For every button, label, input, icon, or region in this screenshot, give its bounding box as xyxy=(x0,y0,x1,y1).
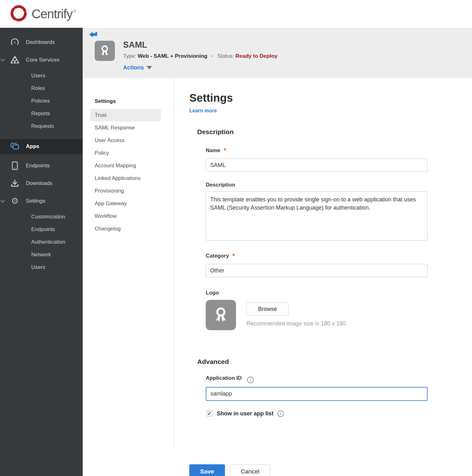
info-icon[interactable]: i xyxy=(277,410,284,417)
app-logo-preview xyxy=(206,300,236,330)
name-field[interactable] xyxy=(206,158,428,172)
type-value: Web - SAML + Provisioning xyxy=(138,53,207,59)
learn-more-link[interactable]: Learn more xyxy=(189,108,217,114)
subnav-item-user-access[interactable]: User Access xyxy=(95,134,174,147)
sidebar-item-policies[interactable]: Policies xyxy=(0,95,83,107)
back-button[interactable] xyxy=(89,31,97,39)
actions-dropdown[interactable]: Actions xyxy=(123,64,152,71)
chevron-down-icon[interactable] xyxy=(1,199,5,203)
top-bar: Centrify® xyxy=(0,0,472,28)
required-marker: * xyxy=(224,146,227,154)
app-meta-line: Type: Web - SAML + Provisioning • Status… xyxy=(123,53,277,59)
download-icon xyxy=(10,179,20,188)
sidebar-item-requests[interactable]: Requests xyxy=(0,120,83,133)
sidebar-item-authentication[interactable]: Authentication xyxy=(0,236,83,248)
status-label: Status: xyxy=(217,53,234,59)
type-label: Type: xyxy=(123,53,136,59)
subnav-item-changelog[interactable]: Changelog xyxy=(95,223,174,235)
logo-size-hint: Recommended image size is 180 x 180 xyxy=(246,320,346,327)
core-services-icon xyxy=(10,56,20,64)
meta-separator: • xyxy=(211,53,213,59)
application-id-label: Application ID xyxy=(206,375,242,381)
show-in-user-app-list-checkbox[interactable]: ✓ xyxy=(206,410,213,417)
sidebar-item-label: Downloads xyxy=(26,180,52,187)
sidebar-item-endpoints[interactable]: Endpoints xyxy=(0,157,83,175)
sidebar-item-customization[interactable]: Customization xyxy=(0,211,83,223)
gauge-icon xyxy=(10,38,20,47)
sidebar-item-settings-endpoints[interactable]: Endpoints xyxy=(0,223,83,236)
core-services-submenu: Users Roles Policies Reports Requests xyxy=(0,69,83,135)
centrify-logo: Centrify® xyxy=(9,3,76,24)
sidebar-item-apps[interactable]: Apps xyxy=(0,139,83,154)
registered-mark: ® xyxy=(73,9,76,14)
subnav-item-policy[interactable]: Policy xyxy=(95,147,174,159)
subnav-header: Settings xyxy=(95,96,174,109)
app-header-band: SAML Type: Web - SAML + Provisioning • S… xyxy=(83,28,472,78)
page-title: Settings xyxy=(189,92,472,104)
actions-label: Actions xyxy=(123,64,144,71)
brand-wordmark: Centrify® xyxy=(32,7,76,21)
sidebar-item-core-services[interactable]: Core Services xyxy=(0,51,83,69)
sidebar-item-label: Dashboards xyxy=(26,39,55,45)
subnav-item-saml-response[interactable]: SAML Response xyxy=(95,122,174,134)
status-badge: Ready to Deploy xyxy=(235,53,277,59)
browse-button[interactable]: Browse xyxy=(246,302,289,316)
subnav-item-provisioning[interactable]: Provisioning xyxy=(95,185,174,197)
app-logo xyxy=(95,41,115,61)
gear-icon: ⚙ xyxy=(10,197,20,205)
sidebar-item-settings[interactable]: ⚙ Settings xyxy=(0,192,83,210)
info-icon[interactable]: i xyxy=(247,377,254,383)
application-id-field[interactable] xyxy=(206,387,428,401)
chevron-down-icon[interactable] xyxy=(1,57,5,62)
sidebar-item-label: Endpoints xyxy=(26,163,50,169)
app-title: SAML xyxy=(123,40,277,50)
sidebar-item-users[interactable]: Users xyxy=(0,69,83,82)
description-label: Description xyxy=(206,182,235,188)
sidebar-item-label: Settings xyxy=(26,198,45,204)
sidebar-item-roles[interactable]: Roles xyxy=(0,82,83,95)
subnav-item-trust[interactable]: Trust xyxy=(90,109,161,122)
sidebar-item-label: Core Services xyxy=(26,57,60,63)
description-section-heading: Description xyxy=(197,128,472,136)
sidebar-item-label: Apps xyxy=(26,143,39,150)
description-field[interactable]: This template enables you to provide sin… xyxy=(206,191,428,241)
show-in-user-app-list-label: Show in user app list xyxy=(217,410,274,417)
logo-label: Logo xyxy=(206,290,219,296)
centrify-swirl-icon xyxy=(9,3,28,24)
name-label: Name xyxy=(206,147,220,154)
sidebar-item-downloads[interactable]: Downloads xyxy=(0,175,83,192)
app-settings-subnav: Settings Trust SAML Response User Access… xyxy=(83,78,174,450)
category-field[interactable] xyxy=(206,264,428,277)
sidebar-item-dashboards[interactable]: Dashboards xyxy=(0,33,83,51)
save-button[interactable]: Save xyxy=(189,464,225,476)
sidebar-item-network[interactable]: Network xyxy=(0,248,83,261)
required-marker: * xyxy=(232,252,235,260)
sidebar-nav: Dashboards Core Services Users Roles Po xyxy=(0,28,83,476)
subnav-item-workflow[interactable]: Workflow xyxy=(95,210,174,223)
subnav-item-app-gateway[interactable]: App Gateway xyxy=(95,197,174,210)
device-icon xyxy=(10,161,20,170)
category-label: Category xyxy=(206,253,229,259)
subnav-item-account-mapping[interactable]: Account Mapping xyxy=(95,159,174,172)
settings-form: Settings Learn more Description Name * D… xyxy=(174,78,472,476)
settings-submenu: Customization Endpoints Authentication N… xyxy=(0,210,83,276)
apps-icon xyxy=(10,142,20,151)
sidebar-item-reports[interactable]: Reports xyxy=(0,107,83,120)
subnav-item-linked-applications[interactable]: Linked Applications xyxy=(95,172,174,185)
cancel-button[interactable]: Cancel xyxy=(230,464,270,476)
advanced-section-heading: Advanced xyxy=(197,358,472,366)
caret-down-icon xyxy=(146,66,152,69)
sidebar-item-settings-users[interactable]: Users xyxy=(0,261,83,274)
